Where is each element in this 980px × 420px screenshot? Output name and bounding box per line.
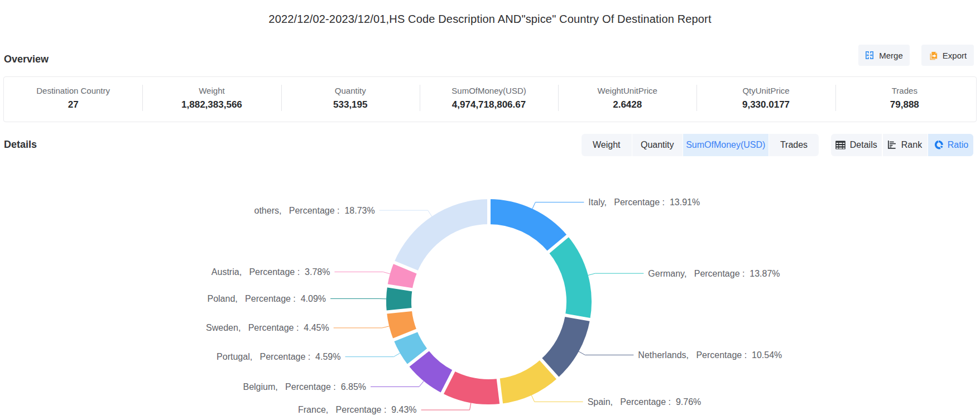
svg-text:Netherlands, Percentage : 1: Netherlands, Percentage : 10.54% bbox=[638, 350, 782, 360]
svg-text:France, Percentage : 9.43%: France, Percentage : 9.43% bbox=[298, 405, 417, 414]
svg-text:Austria, Percentage : 3.78%: Austria, Percentage : 3.78% bbox=[212, 267, 330, 277]
svg-text:others, Percentage : 18.73%: others, Percentage : 18.73% bbox=[254, 206, 375, 215]
svg-text:Germany, Percentage : 13.87: Germany, Percentage : 13.87% bbox=[648, 269, 780, 278]
svg-text:Belgium, Percentage : 6.85%: Belgium, Percentage : 6.85% bbox=[243, 382, 366, 392]
svg-text:Italy, Percentage : 13.91%: Italy, Percentage : 13.91% bbox=[588, 197, 700, 207]
svg-text:Spain, Percentage : 9.76%: Spain, Percentage : 9.76% bbox=[588, 397, 702, 407]
svg-text:Sweden, Percentage : 4.45%: Sweden, Percentage : 4.45% bbox=[206, 323, 329, 332]
svg-text:Portugal, Percentage : 4.59: Portugal, Percentage : 4.59% bbox=[217, 352, 340, 361]
svg-text:Poland, Percentage : 4.09%: Poland, Percentage : 4.09% bbox=[207, 294, 326, 303]
